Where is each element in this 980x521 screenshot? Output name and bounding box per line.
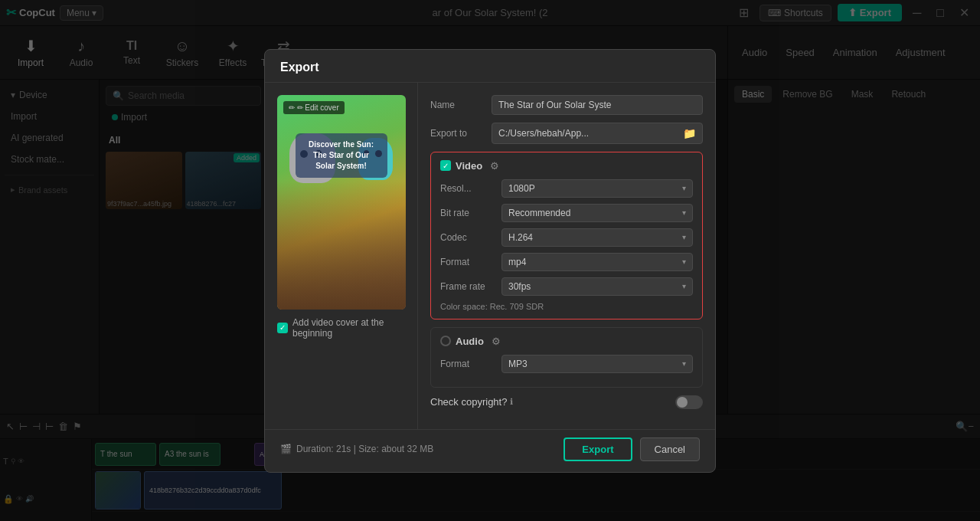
edit-cover-label: ✏ Edit cover	[297, 103, 339, 112]
framerate-row: Frame rate 30fps ▾	[440, 277, 693, 296]
name-value[interactable]: The Star of Our Solar Syste	[492, 95, 703, 115]
framerate-select[interactable]: 30fps ▾	[501, 277, 693, 296]
footer-duration-label: Duration: 21s | Size: about 32 MB	[296, 444, 433, 454]
copyright-toggle[interactable]	[675, 395, 703, 409]
audio-circle-icon	[440, 336, 451, 346]
cover-text: Discover the Sun:The Star of OurSolar Sy…	[296, 133, 387, 178]
dialog-left: Discover the Sun:The Star of OurSolar Sy…	[265, 83, 418, 429]
dialog-title: Export	[280, 61, 319, 74]
folder-icon[interactable]: 📁	[683, 127, 696, 139]
bitrate-label: Bit rate	[440, 208, 501, 218]
edit-cover-button[interactable]: ✏ ✏ Edit cover	[283, 101, 345, 114]
copyright-label: Check copyright?	[430, 396, 507, 408]
add-cover-row[interactable]: ✓ Add video cover at the beginning	[277, 317, 405, 339]
export-dialog: Export Disco	[264, 49, 716, 473]
copyright-row: Check copyright? ℹ	[430, 395, 703, 409]
framerate-value: 30fps	[508, 281, 531, 292]
add-cover-label: Add video cover at the beginning	[292, 317, 405, 339]
format-arrow-icon: ▾	[682, 257, 686, 266]
audio-section: Audio ⚙ Format MP3 ▾	[430, 327, 703, 388]
codec-value: H.264	[508, 232, 533, 243]
codec-label: Codec	[440, 232, 501, 243]
framerate-arrow-icon: ▾	[682, 282, 686, 290]
bitrate-value: Recommended	[508, 208, 570, 218]
video-section-title: Video	[456, 160, 482, 172]
format-select[interactable]: mp4 ▾	[501, 253, 693, 271]
color-space-row: Color space: Rec. 709 SDR	[440, 302, 693, 311]
format-label: Format	[440, 257, 501, 267]
video-section: ✓ Video ⚙ Resol... 1080P ▾ Bit rate	[430, 152, 703, 319]
footer-info: 🎬 Duration: 21s | Size: about 32 MB	[280, 444, 433, 454]
cancel-button[interactable]: Cancel	[640, 437, 700, 461]
resolution-label: Resol...	[440, 183, 501, 194]
export-to-row: Export to C:/Users/hebah/App... 📁	[430, 123, 703, 144]
name-label: Name	[430, 100, 485, 110]
footer-actions: Export Cancel	[564, 437, 700, 461]
bitrate-arrow-icon: ▾	[682, 208, 686, 217]
video-section-header: ✓ Video ⚙	[440, 160, 693, 172]
add-cover-checkbox[interactable]: ✓	[277, 323, 288, 333]
audio-section-title: Audio	[456, 336, 484, 347]
format-row: Format mp4 ▾	[440, 253, 693, 271]
codec-arrow-icon: ▾	[682, 233, 686, 241]
audio-format-select[interactable]: MP3 ▾	[501, 355, 693, 373]
video-checkbox[interactable]: ✓	[440, 160, 451, 171]
dialog-right: Name The Star of Our Solar Syste Export …	[418, 83, 715, 429]
edit-icon: ✏	[289, 103, 295, 112]
color-space-label: Color space: Rec. 709 SDR	[440, 302, 544, 311]
name-value-text: The Star of Our Solar Syste	[498, 100, 611, 110]
audio-format-row: Format MP3 ▾	[440, 355, 693, 373]
audio-section-header: Audio ⚙	[440, 336, 693, 347]
dialog-body: Discover the Sun:The Star of OurSolar Sy…	[265, 83, 715, 429]
dialog-footer: 🎬 Duration: 21s | Size: about 32 MB Expo…	[265, 429, 715, 472]
info-icon: ℹ	[510, 397, 513, 407]
export-to-path: C:/Users/hebah/App...	[498, 128, 589, 139]
toggle-knob	[677, 397, 688, 408]
bitrate-row: Bit rate Recommended ▾	[440, 204, 693, 222]
format-value: mp4	[508, 257, 526, 267]
resolution-row: Resol... 1080P ▾	[440, 179, 693, 198]
export-button[interactable]: Export	[564, 437, 632, 461]
video-settings-icon[interactable]: ⚙	[490, 160, 499, 172]
cover-preview[interactable]: Discover the Sun:The Star of OurSolar Sy…	[277, 95, 406, 310]
audio-format-label: Format	[440, 359, 501, 369]
export-to-value[interactable]: C:/Users/hebah/App... 📁	[492, 123, 703, 144]
bitrate-select[interactable]: Recommended ▾	[501, 204, 693, 222]
dialog-overlay: Export Disco	[0, 0, 980, 521]
audio-settings-icon[interactable]: ⚙	[492, 336, 501, 347]
codec-select[interactable]: H.264 ▾	[501, 228, 693, 247]
audio-format-value: MP3	[508, 359, 528, 369]
film-icon: 🎬	[280, 444, 292, 454]
resolution-select[interactable]: 1080P ▾	[501, 179, 693, 198]
framerate-label: Frame rate	[440, 281, 501, 292]
dialog-header: Export	[265, 50, 715, 83]
resolution-value: 1080P	[508, 183, 535, 194]
resolution-arrow-icon: ▾	[682, 184, 686, 192]
export-to-label: Export to	[430, 128, 485, 139]
name-field-row: Name The Star of Our Solar Syste	[430, 95, 703, 115]
codec-row: Codec H.264 ▾	[440, 228, 693, 247]
audio-format-arrow-icon: ▾	[682, 359, 686, 368]
